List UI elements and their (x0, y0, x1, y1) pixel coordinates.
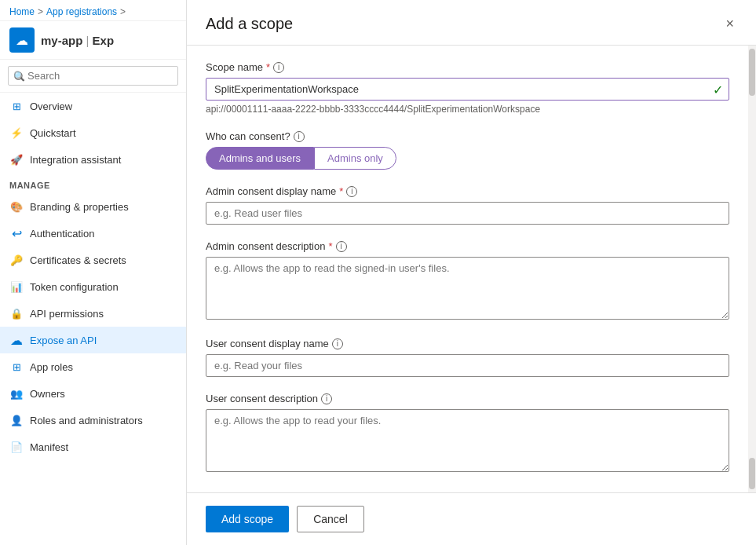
consent-group: Who can consent? i Admins and users Admi… (206, 130, 729, 170)
scrollbar-thumb-bottom (749, 458, 755, 489)
sidebar-item-expose-api[interactable]: Expose an API (0, 327, 186, 353)
admin-consent-display-info-icon[interactable]: i (346, 186, 357, 197)
admin-consent-display-group: Admin consent display name * i (206, 185, 729, 225)
overview-icon (9, 99, 24, 113)
owners-icon (9, 386, 24, 401)
sidebar-item-integration[interactable]: Integration assistant (0, 146, 186, 173)
sidebar-item-branding-label: Branding & properties (30, 201, 129, 213)
panel-header: Add a scope × (187, 0, 756, 46)
token-icon (9, 280, 24, 294)
sidebar: Home > App registrations > ☁ my-app | Ex… (0, 0, 187, 545)
app-icon: ☁ (9, 27, 35, 53)
scope-name-label: Scope name * i (206, 61, 729, 73)
sidebar-item-token[interactable]: Token configuration (0, 273, 186, 300)
integration-icon (9, 152, 24, 166)
breadcrumb-sep2: > (120, 6, 126, 17)
consent-admins-users-button[interactable]: Admins and users (206, 147, 314, 170)
user-consent-display-input[interactable] (206, 354, 729, 377)
branding-icon (9, 199, 24, 214)
sidebar-item-roles-admins[interactable]: Roles and administrators (0, 407, 186, 433)
search-box: 🔍 (0, 60, 186, 93)
roles-icon (9, 413, 24, 427)
user-consent-display-info-icon[interactable]: i (332, 338, 343, 349)
sidebar-item-token-label: Token configuration (30, 281, 119, 293)
user-consent-desc-group: User consent description i (206, 393, 729, 474)
sidebar-item-owners-label: Owners (30, 388, 65, 400)
sidebar-item-api-permissions[interactable]: API permissions (0, 300, 186, 327)
required-marker: * (266, 61, 270, 73)
api-icon (9, 306, 24, 320)
sidebar-item-integration-label: Integration assistant (30, 154, 121, 166)
sidebar-item-approles-label: App roles (30, 361, 73, 373)
main-content: Add a scope × Scope name * i ✓ api:// (187, 0, 756, 545)
sidebar-item-overview[interactable]: Overview (0, 93, 186, 119)
admin-consent-desc-info-icon[interactable]: i (336, 241, 347, 252)
sidebar-item-branding[interactable]: Branding & properties (0, 193, 186, 220)
add-scope-button[interactable]: Add scope (206, 506, 289, 532)
admin-consent-desc-label: Admin consent description * i (206, 240, 729, 252)
app-header: ☁ my-app | Exp (0, 21, 186, 60)
close-button[interactable]: × (722, 13, 737, 35)
auth-icon (9, 226, 24, 240)
sidebar-item-owners[interactable]: Owners (0, 380, 186, 407)
sidebar-item-quickstart[interactable]: Quickstart (0, 119, 186, 146)
panel-footer: Add scope Cancel (187, 492, 756, 545)
approles-icon (9, 360, 24, 374)
breadcrumb: Home > App registrations > (0, 0, 186, 21)
scrollbar-thumb-top (749, 49, 755, 96)
consent-admins-only-button[interactable]: Admins only (314, 147, 396, 170)
sidebar-item-manifest-label: Manifest (30, 441, 68, 453)
scope-name-group: Scope name * i ✓ api://00001111-aaaa-222… (206, 61, 729, 115)
sidebar-item-certs-label: Certificates & secrets (30, 254, 126, 266)
consent-label: Who can consent? i (206, 130, 729, 142)
sidebar-item-auth-label: Authentication (30, 228, 94, 240)
sidebar-item-app-roles[interactable]: App roles (0, 353, 186, 380)
search-input[interactable] (8, 66, 178, 86)
admin-consent-desc-group: Admin consent description * i (206, 240, 729, 322)
scrollbar[interactable] (748, 46, 756, 492)
breadcrumb-app-registrations[interactable]: App registrations (46, 6, 117, 17)
search-icon: 🔍 (13, 71, 25, 82)
user-consent-desc-info-icon[interactable]: i (321, 393, 332, 404)
nav-section: Overview Quickstart Integration assistan… (0, 93, 186, 545)
admin-consent-desc-textarea[interactable] (206, 257, 729, 320)
panel-title: Add a scope (206, 15, 293, 33)
api-url: api://00001111-aaaa-2222-bbbb-3333cccc44… (206, 104, 729, 115)
scope-name-input[interactable] (206, 78, 729, 101)
breadcrumb-sep1: > (38, 6, 43, 17)
admin-consent-display-label: Admin consent display name * i (206, 185, 729, 197)
user-consent-desc-label: User consent description i (206, 393, 729, 404)
sidebar-item-api-label: API permissions (30, 308, 104, 320)
sidebar-item-quickstart-label: Quickstart (30, 127, 76, 139)
breadcrumb-home[interactable]: Home (9, 6, 35, 17)
quickstart-icon (9, 126, 24, 140)
sidebar-item-roles-label: Roles and administrators (30, 415, 143, 426)
user-consent-display-group: User consent display name i (206, 338, 729, 377)
user-consent-desc-textarea[interactable] (206, 409, 729, 472)
certs-icon (9, 253, 24, 267)
admin-consent-display-input[interactable] (206, 202, 729, 225)
app-name: my-app | Exp (41, 34, 114, 47)
required-marker-3: * (328, 240, 332, 252)
sidebar-item-certificates[interactable]: Certificates & secrets (0, 247, 186, 273)
required-marker-2: * (339, 185, 343, 197)
sidebar-item-authentication[interactable]: Authentication (0, 220, 186, 247)
manage-section-label: Manage (0, 173, 186, 193)
consent-info-icon[interactable]: i (294, 131, 305, 142)
sidebar-item-overview-label: Overview (30, 101, 72, 112)
user-consent-display-label: User consent display name i (206, 338, 729, 349)
consent-toggle: Admins and users Admins only (206, 147, 729, 170)
sidebar-item-manifest[interactable]: Manifest (0, 433, 186, 460)
add-scope-panel: Add a scope × Scope name * i ✓ api:// (187, 0, 756, 545)
sidebar-item-expose-label: Expose an API (30, 335, 97, 346)
expose-icon (9, 333, 24, 347)
checkmark-icon: ✓ (713, 82, 723, 97)
cancel-button[interactable]: Cancel (297, 506, 364, 532)
manifest-icon (9, 440, 24, 454)
scope-name-info-icon[interactable]: i (273, 62, 284, 73)
panel-body: Scope name * i ✓ api://00001111-aaaa-222… (187, 46, 748, 492)
